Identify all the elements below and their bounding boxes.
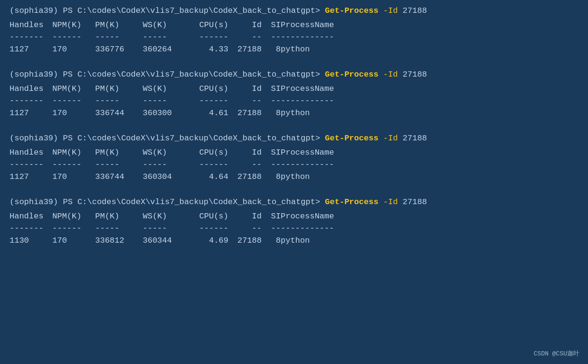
header-col-handles: Handles (10, 210, 52, 223)
prompt-id-value: 27188 (402, 70, 427, 79)
terminal-container: (sophia39) PS C:\codes\CodeX\vlis7_backu… (10, 5, 578, 251)
dash-col-6: -- (262, 31, 281, 43)
prompt-flag: -Id (378, 197, 402, 207)
header-col-processname: ProcessName (281, 210, 376, 223)
data-col-3: 360344 (143, 235, 190, 247)
dash-col-7: ----------- (281, 158, 376, 171)
header-col-wsk: WS(K) (143, 19, 190, 31)
data-col-7: python (281, 171, 376, 183)
dash-col-3: ----- (143, 31, 190, 43)
prompt-line-1: (sophia39) PS C:\codes\CodeX\vlis7_backu… (10, 5, 578, 17)
table-header-row: HandlesNPM(K)PM(K)WS(K)CPU(s)IdSIProcess… (10, 147, 578, 159)
data-col-6: 8 (262, 107, 281, 119)
dash-col-1: ------ (52, 31, 95, 43)
prompt-line-4: (sophia39) PS C:\codes\CodeX\vlis7_backu… (10, 196, 578, 208)
dash-col-2: ----- (95, 95, 143, 107)
data-col-2: 336744 (95, 171, 143, 183)
dash-col-5: -- (228, 222, 262, 235)
header-col-processname: ProcessName (281, 19, 376, 31)
table-data-row: 11301703368123603444.69271888python (10, 235, 578, 247)
process-table-3: HandlesNPM(K)PM(K)WS(K)CPU(s)IdSIProcess… (10, 147, 578, 183)
data-col-4: 4.33 (190, 43, 228, 56)
dash-col-4: ------ (190, 31, 228, 43)
dash-col-5: -- (228, 158, 262, 171)
data-col-3: 360304 (143, 171, 190, 183)
header-col-handles: Handles (10, 19, 52, 31)
data-col-5: 27188 (228, 107, 262, 119)
dash-col-3: ----- (143, 158, 190, 171)
dash-col-6: -- (262, 95, 281, 107)
prompt-id-value: 27188 (402, 134, 427, 143)
header-col-si: SI (262, 19, 281, 31)
prompt-text: (sophia39) PS C:\codes\CodeX\vlis7_backu… (10, 134, 325, 143)
header-col-cpus: CPU(s) (190, 210, 228, 223)
data-col-2: 336776 (95, 43, 143, 56)
prompt-id-value: 27188 (402, 197, 427, 207)
data-col-6: 8 (262, 235, 281, 247)
header-col-cpus: CPU(s) (190, 19, 228, 31)
data-col-7: python (281, 43, 376, 56)
header-col-si: SI (262, 83, 281, 95)
data-col-0: 1130 (10, 235, 52, 247)
header-col-npmk: NPM(K) (52, 147, 95, 159)
data-col-5: 27188 (228, 43, 262, 56)
data-col-6: 8 (262, 171, 281, 183)
header-col-wsk: WS(K) (143, 210, 190, 223)
block-separator (10, 183, 578, 187)
prompt-flag: -Id (378, 134, 402, 143)
table-data-row: 11271703367763602644.33271888python (10, 43, 578, 56)
terminal-block-1: (sophia39) PS C:\codes\CodeX\vlis7_backu… (10, 5, 578, 60)
data-col-6: 8 (262, 43, 281, 56)
data-col-1: 170 (52, 171, 95, 183)
header-col-npmk: NPM(K) (52, 19, 95, 31)
header-col-wsk: WS(K) (143, 147, 190, 159)
header-col-si: SI (262, 210, 281, 223)
data-col-0: 1127 (10, 107, 52, 119)
dash-col-1: ------ (52, 158, 95, 171)
dash-col-6: -- (262, 158, 281, 171)
header-col-processname: ProcessName (281, 147, 376, 159)
terminal-block-3: (sophia39) PS C:\codes\CodeX\vlis7_backu… (10, 132, 578, 187)
dash-col-4: ------ (190, 222, 228, 235)
data-col-7: python (281, 235, 376, 247)
table-dash-row: ----------------------------------------… (10, 95, 578, 107)
process-table-2: HandlesNPM(K)PM(K)WS(K)CPU(s)IdSIProcess… (10, 83, 578, 119)
prompt-flag: -Id (378, 70, 402, 79)
data-col-3: 360300 (143, 107, 190, 119)
data-col-1: 170 (52, 235, 95, 247)
dash-col-2: ----- (95, 31, 143, 43)
dash-col-2: ----- (95, 222, 143, 235)
table-header-row: HandlesNPM(K)PM(K)WS(K)CPU(s)IdSIProcess… (10, 83, 578, 95)
block-separator (10, 246, 578, 251)
dash-col-7: ----------- (281, 222, 376, 235)
data-col-2: 336744 (95, 107, 143, 119)
dash-col-2: ----- (95, 158, 143, 171)
table-dash-row: ----------------------------------------… (10, 158, 578, 171)
header-col-handles: Handles (10, 83, 52, 95)
header-col-id: Id (228, 83, 262, 95)
terminal-block-4: (sophia39) PS C:\codes\CodeX\vlis7_backu… (10, 196, 578, 251)
header-col-cpus: CPU(s) (190, 147, 228, 159)
table-dash-row: ----------------------------------------… (10, 222, 578, 235)
data-col-7: python (281, 107, 376, 119)
dash-col-6: -- (262, 222, 281, 235)
prompt-line-2: (sophia39) PS C:\codes\CodeX\vlis7_backu… (10, 69, 578, 81)
watermark-label: CSDN @CSU迦叶 (534, 349, 579, 359)
prompt-command: Get-Process (325, 70, 378, 79)
prompt-text: (sophia39) PS C:\codes\CodeX\vlis7_backu… (10, 197, 325, 207)
data-col-4: 4.61 (190, 107, 228, 119)
prompt-flag: -Id (378, 6, 402, 15)
data-col-0: 1127 (10, 43, 52, 56)
data-col-2: 336812 (95, 235, 143, 247)
block-separator (10, 119, 578, 124)
dash-col-1: ------ (52, 222, 95, 235)
header-col-npmk: NPM(K) (52, 210, 95, 223)
header-col-pmk: PM(K) (95, 83, 143, 95)
header-col-handles: Handles (10, 147, 52, 159)
process-table-1: HandlesNPM(K)PM(K)WS(K)CPU(s)IdSIProcess… (10, 19, 578, 56)
header-col-pmk: PM(K) (95, 210, 143, 223)
prompt-text: (sophia39) PS C:\codes\CodeX\vlis7_backu… (10, 6, 325, 15)
prompt-line-3: (sophia39) PS C:\codes\CodeX\vlis7_backu… (10, 132, 578, 145)
header-col-pmk: PM(K) (95, 19, 143, 31)
data-col-1: 170 (52, 43, 95, 56)
